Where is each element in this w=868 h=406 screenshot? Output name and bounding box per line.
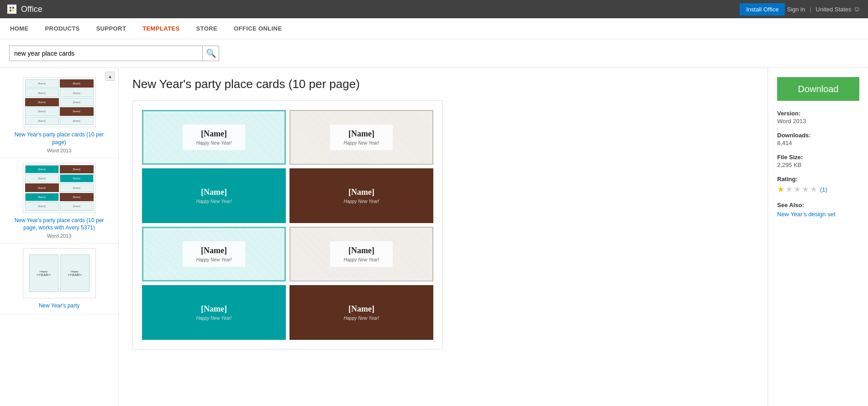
sidebar-scroll-up[interactable]: ▲ — [105, 72, 115, 81]
content-area: New Year's party place cards (10 per pag… — [119, 68, 768, 406]
sidebar-item-title-2: New Year's party place cards (10 per pag… — [7, 217, 111, 232]
topbar-divider: | — [810, 6, 811, 13]
nav-home[interactable]: HOME — [9, 25, 30, 32]
place-card-sub-2: Happy New Year! — [344, 141, 379, 146]
sidebar-item-1[interactable]: [Name] [Name] [Name] [Name] [Name] [Name… — [0, 73, 118, 158]
place-card-sub-4: Happy New Year! — [344, 199, 379, 204]
thumb-card: [Name] — [25, 117, 59, 125]
place-card-5: [Name] Happy New Year! — [142, 227, 286, 281]
place-card-name-7: [Name] — [201, 304, 227, 314]
star-2: ★ — [785, 184, 793, 194]
sidebar-item-2[interactable]: [Name] [Name] [Name] [Name] [Name] [Name… — [0, 158, 118, 244]
place-card-4: [Name] Happy New Year! — [289, 168, 433, 223]
place-card-inner-6: [Name] Happy New Year! — [330, 241, 393, 267]
place-card-sub-6: Happy New Year! — [344, 257, 379, 262]
nav-templates[interactable]: TEMPLATES — [142, 25, 180, 32]
thumb-card: [Name] — [60, 79, 94, 88]
topbar-left: Office — [7, 5, 42, 14]
rating-section: Rating: ★ ★ ★ ★ ★ (1) — [777, 176, 859, 194]
sidebar-item-subtitle-1: Word 2013 — [7, 148, 111, 153]
sidebar-thumbnail-1: [Name] [Name] [Name] [Name] [Name] [Name… — [23, 77, 96, 127]
downloads-label: Downloads: — [777, 132, 859, 139]
sidebar-item-title-3: New Year's party — [7, 302, 111, 310]
sidebar-thumbnail-3: Happy<YEAR> Happy<YEAR> — [23, 248, 96, 298]
downloads-value: 8,414 — [777, 140, 859, 146]
place-card-3: [Name] Happy New Year! — [142, 168, 286, 223]
see-also-section: See Also: New Year's design set — [777, 202, 859, 218]
thumb-card: [Name] — [60, 174, 94, 182]
place-card-inner-5: [Name] Happy New Year! — [183, 241, 246, 267]
nav-support[interactable]: SUPPORT — [95, 25, 127, 32]
place-card-sub-8: Happy New Year! — [344, 316, 379, 321]
place-card-sub-7: Happy New Year! — [196, 316, 232, 321]
place-card-inner-2: [Name] Happy New Year! — [330, 125, 393, 150]
place-card-1: [Name] Happy New Year! — [142, 110, 286, 165]
search-box: 🔍 — [9, 46, 219, 61]
office-logo-square — [7, 5, 16, 14]
thumb-mini-card: Happy<YEAR> — [60, 255, 89, 292]
rating-count[interactable]: (1) — [820, 186, 827, 193]
downloads-section: Downloads: 8,414 — [777, 132, 859, 146]
place-card-6: [Name] Happy New Year! — [289, 227, 433, 281]
install-office-button[interactable]: Install Office — [740, 3, 785, 16]
search-input[interactable] — [10, 46, 202, 61]
main-layout: ▲ [Name] [Name] [Name] [Name] [Name] [Na… — [0, 68, 868, 406]
file-size-section: File Size: 2,295 KB — [777, 154, 859, 168]
sidebar: ▲ [Name] [Name] [Name] [Name] [Name] [Na… — [0, 68, 119, 406]
place-cards-grid: [Name] Happy New Year! [Name] Happy New … — [142, 110, 433, 340]
place-card-inner-7: [Name] Happy New Year! — [183, 300, 246, 325]
sidebar-thumbnail-2: [Name] [Name] [Name] [Name] [Name] [Name… — [23, 163, 96, 213]
thumb-card: [Name] — [60, 165, 94, 173]
thumb-card: [Name] — [25, 202, 59, 210]
search-icon: 🔍 — [206, 48, 216, 58]
svg-rect-2 — [12, 7, 14, 9]
download-button[interactable]: Download — [777, 77, 859, 101]
thumb-card: [Name] — [60, 88, 94, 97]
star-5: ★ — [810, 184, 817, 194]
thumb-card: [Name] — [25, 183, 59, 192]
right-panel: Download Version: Word 2013 Downloads: 8… — [768, 68, 868, 406]
nav-store[interactable]: STORE — [195, 25, 219, 32]
sidebar-item-subtitle-2: Word 2013 — [7, 233, 111, 239]
star-1: ★ — [777, 184, 784, 194]
search-button[interactable]: 🔍 — [202, 46, 219, 61]
version-value: Word 2013 — [777, 118, 859, 125]
place-card-inner-1: [Name] Happy New Year! — [183, 125, 246, 150]
nav-office-online[interactable]: OFFICE ONLINE — [233, 25, 283, 32]
place-card-name-3: [Name] — [201, 187, 227, 197]
star-rating: ★ ★ ★ ★ ★ (1) — [777, 184, 859, 194]
thumb-mini-card: Happy<YEAR> — [29, 255, 58, 292]
place-card-name-4: [Name] — [348, 187, 374, 197]
topbar: Office Install Office Sign in | United S… — [0, 0, 868, 18]
place-card-name-8: [Name] — [348, 304, 374, 314]
sidebar-item-title-1: New Year's party place cards (10 per pag… — [7, 131, 111, 146]
see-also-link[interactable]: New Year's design set — [777, 211, 836, 218]
place-card-inner-4: [Name] Happy New Year! — [330, 183, 393, 208]
svg-rect-1 — [10, 7, 11, 9]
nav-products[interactable]: PRODUCTS — [44, 25, 81, 32]
rating-label: Rating: — [777, 176, 859, 182]
version-label: Version: — [777, 110, 859, 117]
thumb-card: [Name] — [60, 202, 94, 210]
place-card-sub-3: Happy New Year! — [196, 199, 232, 204]
thumb-card: [Name] — [60, 117, 94, 125]
sign-in-link[interactable]: Sign in — [787, 6, 805, 13]
sidebar-item-3[interactable]: Happy<YEAR> Happy<YEAR> New Year's party — [0, 244, 118, 315]
office-logo-text: Office — [21, 5, 42, 14]
thumb-card: [Name] — [60, 183, 94, 192]
thumb-card: [Name] — [25, 165, 59, 173]
thumb-card: [Name] — [25, 98, 59, 106]
thumb-card: [Name] — [25, 88, 59, 97]
see-also-label: See Also: — [777, 202, 859, 208]
thumb-card: [Name] — [25, 79, 59, 88]
topbar-right: Install Office Sign in | United States ☺ — [740, 3, 861, 16]
smiley-icon[interactable]: ☺ — [853, 5, 861, 13]
thumb-card: [Name] — [60, 107, 94, 115]
place-card-name-2: [Name] — [348, 129, 374, 139]
place-card-inner-8: [Name] Happy New Year! — [330, 300, 393, 325]
place-card-inner-3: [Name] Happy New Year! — [183, 183, 246, 208]
thumb-card: [Name] — [25, 193, 59, 201]
place-card-name-6: [Name] — [348, 246, 374, 255]
region-selector[interactable]: United States — [816, 6, 852, 13]
place-card-8: [Name] Happy New Year! — [289, 285, 433, 340]
